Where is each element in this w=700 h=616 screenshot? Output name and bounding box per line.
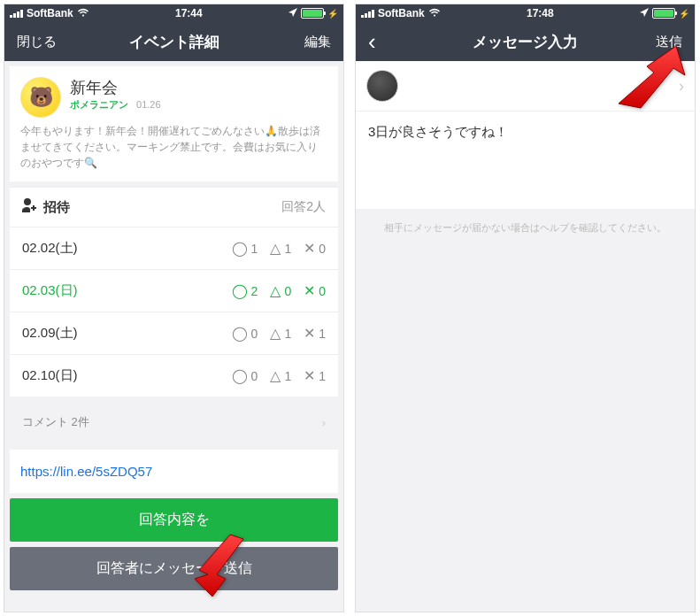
date-label: 02.10(日): [22, 367, 232, 384]
status-time: 17:44: [89, 7, 288, 19]
vote-maybe: △1: [270, 325, 291, 342]
triangle-icon: △: [270, 325, 281, 342]
vote-no: ✕0: [304, 282, 326, 299]
wifi-icon: [428, 7, 441, 19]
close-button[interactable]: 閉じる: [17, 34, 70, 50]
annotation-arrow: [610, 42, 689, 112]
cross-icon: ✕: [304, 282, 315, 299]
edit-response-button[interactable]: 回答内容を: [10, 498, 338, 542]
vote-no: ✕1: [304, 367, 326, 384]
send-message-button[interactable]: 回答者にメッセージ送信: [10, 547, 338, 590]
help-text: 相手にメッセージが届かない場合はヘルプを確認してください。: [356, 209, 695, 247]
triangle-icon: △: [270, 367, 281, 384]
location-icon: [640, 7, 649, 19]
vote-no: ✕1: [304, 325, 326, 342]
page-title: メッセージ入力: [421, 32, 629, 52]
triangle-icon: △: [270, 240, 281, 257]
carrier-label: SoftBank: [27, 7, 73, 19]
invite-label: 招待: [43, 199, 70, 216]
phone-right: SoftBank 17:48 ⚡ ‹ メッセージ入力 送信 › 3日が良さそうで…: [355, 4, 696, 612]
cross-icon: ✕: [304, 367, 315, 384]
svg-marker-1: [619, 46, 685, 108]
date-label: 02.02(土): [22, 240, 232, 257]
content-area: 🐻 新年会 ポメラニアン 01.26 今年もやります！新年会！開催遅れてごめんな…: [4, 61, 343, 612]
circle-icon: ◯: [232, 325, 248, 342]
back-button[interactable]: ‹: [368, 30, 421, 53]
charging-icon: ⚡: [327, 9, 338, 19]
event-avatar: 🐻: [20, 77, 61, 118]
date-row-0[interactable]: 02.02(土) ◯1 △1 ✕0: [10, 227, 338, 269]
vote-maybe: △1: [270, 240, 291, 257]
cross-icon: ✕: [304, 240, 315, 257]
vote-maybe: △0: [270, 282, 291, 299]
chevron-right-icon: ›: [322, 416, 326, 429]
status-time: 17:48: [441, 7, 640, 19]
page-title: イベント詳細: [70, 32, 278, 52]
share-link[interactable]: https://lin.ee/5sZDQ57: [20, 464, 152, 479]
location-icon: [288, 7, 297, 19]
vote-yes: ◯0: [232, 367, 258, 384]
event-card: 🐻 新年会 ポメラニアン 01.26 今年もやります！新年会！開催遅れてごめんな…: [10, 66, 338, 181]
vote-no: ✕0: [304, 240, 326, 257]
triangle-icon: △: [270, 282, 281, 299]
vote-yes: ◯2: [232, 282, 258, 299]
nav-bar: 閉じる イベント詳細 編集: [4, 22, 343, 61]
event-description: 今年もやります！新年会！開催遅れてごめんなさい🙏散歩は済ませてきてください。マー…: [10, 123, 338, 181]
event-title: 新年会: [70, 77, 161, 98]
svg-marker-0: [195, 535, 243, 597]
annotation-arrow: [181, 530, 252, 601]
carrier-label: SoftBank: [378, 7, 425, 19]
invite-icon: [22, 198, 38, 216]
date-row-3[interactable]: 02.10(日) ◯0 △1 ✕1: [10, 354, 338, 397]
charging-icon: ⚡: [679, 9, 689, 19]
edit-button[interactable]: 編集: [278, 34, 331, 50]
recipient-avatar: [366, 70, 398, 102]
poll-card: 招待 回答2人 02.02(土) ◯1 △1 ✕0 02.03(日) ◯2 △0…: [10, 187, 338, 397]
status-bar: SoftBank 17:44 ⚡: [4, 4, 343, 22]
circle-icon: ◯: [232, 240, 248, 257]
phone-left: SoftBank 17:44 ⚡ 閉じる イベント詳細 編集 🐻 新年会: [4, 4, 344, 612]
battery-icon: [301, 8, 324, 19]
message-input[interactable]: 3日が良さそうですね！: [356, 112, 695, 209]
share-link-row[interactable]: https://lin.ee/5sZDQ57: [10, 450, 338, 493]
comments-row[interactable]: コメント 2件 ›: [10, 402, 338, 443]
comments-label: コメント 2件: [22, 414, 89, 430]
cross-icon: ✕: [304, 325, 315, 342]
event-location: ポメラニアン: [70, 99, 128, 110]
date-label: 02.03(日): [22, 282, 232, 299]
status-bar: SoftBank 17:48 ⚡: [356, 4, 695, 22]
signal-icon: [10, 10, 23, 18]
battery-icon: [652, 8, 675, 19]
date-row-1[interactable]: 02.03(日) ◯2 △0 ✕0: [10, 269, 338, 312]
vote-yes: ◯1: [232, 240, 258, 257]
circle-icon: ◯: [232, 367, 248, 384]
event-date: 01.26: [136, 99, 161, 110]
circle-icon: ◯: [232, 282, 248, 299]
vote-maybe: △1: [270, 367, 291, 384]
date-label: 02.09(土): [22, 325, 232, 342]
signal-icon: [361, 10, 374, 18]
vote-yes: ◯0: [232, 325, 258, 342]
wifi-icon: [77, 7, 89, 19]
date-row-2[interactable]: 02.09(土) ◯0 △1 ✕1: [10, 312, 338, 354]
invite-row[interactable]: 招待 回答2人: [10, 187, 338, 227]
invite-count: 回答2人: [281, 199, 326, 215]
